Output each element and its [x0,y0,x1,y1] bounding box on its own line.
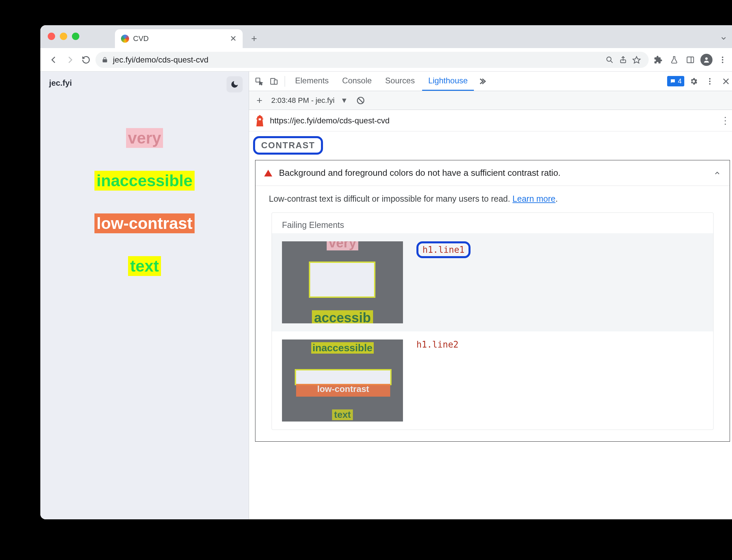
tabs-menu-icon[interactable] [720,35,727,42]
tab-elements[interactable]: Elements [289,72,335,91]
new-tab-button[interactable]: + [247,32,261,45]
url-text: jec.fyi/demo/cds-quest-cvd [113,55,208,65]
browser-menu-icon[interactable] [716,53,729,67]
theme-toggle-button[interactable] [227,76,243,92]
line-2: inaccessible [94,171,195,191]
lighthouse-subbar: + 2:03:48 PM - jec.fyi ▼ [249,91,732,110]
page-title: jec.fyi [49,78,240,88]
section-contrast: CONTRAST [249,131,732,158]
audit-title: Background and foreground colors do not … [279,168,561,178]
svg-point-6 [705,57,707,59]
failing-elements-title: Failing Elements [272,213,713,233]
collapse-icon[interactable] [714,169,721,177]
new-report-button[interactable]: + [254,95,265,106]
line-3: low-contrast [94,213,194,233]
side-panel-icon[interactable] [684,53,697,67]
minimize-window-button[interactable] [60,33,67,40]
feedback-count: 4 [678,77,682,85]
feedback-icon [670,78,676,84]
element-thumbnail: very accessib [282,241,403,323]
devtools-close-icon[interactable] [719,75,732,88]
svg-point-8 [722,59,723,60]
svg-rect-20 [259,118,261,120]
element-thumbnail: inaccessible low-contrast text [282,339,403,422]
svg-rect-12 [274,80,277,84]
failing-elements-box: Failing Elements very accessib [272,212,714,430]
report-url-bar: https://jec.fyi/demo/cds-quest-cvd ⋮ [249,110,732,131]
audit-card: Background and foreground colors do not … [255,160,730,442]
devtools-menu-icon[interactable] [703,75,717,88]
device-toolbar-icon[interactable] [267,75,281,88]
svg-point-13 [709,78,710,79]
svg-point-9 [722,62,723,63]
audit-body: Low-contrast text is difficult or imposs… [255,186,730,441]
lock-icon [101,56,108,64]
failing-element-row[interactable]: inaccessible low-contrast text h1.line2 [272,331,713,430]
line-4: text [128,256,161,276]
tab-favicon [121,35,129,43]
svg-marker-3 [633,56,640,63]
inspect-element-icon[interactable] [252,75,266,88]
svg-rect-4 [687,57,694,63]
browser-toolbar: jec.fyi/demo/cds-quest-cvd [40,48,732,72]
rendered-page: jec.fyi very inaccessible low-contrast t… [40,72,249,519]
fail-triangle-icon [264,170,272,176]
address-bar[interactable]: jec.fyi/demo/cds-quest-cvd [95,52,649,68]
svg-line-1 [611,61,613,63]
window-controls [48,33,79,40]
close-tab-icon[interactable]: ✕ [230,35,237,43]
devtools-panel: Elements Console Sources Lighthouse 4 [249,72,732,519]
learn-more-link[interactable]: Learn more [513,194,556,203]
svg-point-0 [607,57,611,61]
svg-point-15 [709,83,710,84]
bookmark-icon[interactable] [631,54,643,66]
report-menu-icon[interactable]: ⋮ [721,115,730,126]
back-button[interactable] [47,53,60,67]
element-selector: h1.line2 [416,339,458,350]
devtools-tabbar: Elements Console Sources Lighthouse 4 [249,72,732,91]
svg-point-7 [722,56,723,58]
report-dropdown-icon[interactable]: ▼ [340,96,348,105]
tab-strip: CVD ✕ + [40,25,732,48]
moon-icon [230,80,239,89]
element-selector: h1.line1 [416,241,471,258]
share-icon[interactable] [617,54,629,66]
tab-console[interactable]: Console [336,72,378,91]
maximize-window-button[interactable] [72,33,79,40]
devtools-settings-icon[interactable] [687,75,700,88]
svg-point-14 [709,80,710,82]
line-1: very [126,128,163,148]
forward-button[interactable] [63,53,77,67]
zoom-icon[interactable] [604,54,616,66]
clear-report-icon[interactable] [354,94,367,107]
audit-header[interactable]: Background and foreground colors do not … [255,160,730,186]
extensions-icon[interactable] [651,53,665,67]
reload-button[interactable] [79,53,93,67]
svg-line-19 [359,98,363,103]
failing-element-row[interactable]: very accessib h1.line1 [272,233,713,331]
content-area: jec.fyi very inaccessible low-contrast t… [40,72,732,519]
more-tabs-icon[interactable] [475,75,489,88]
labs-icon[interactable] [667,53,681,67]
browser-tab[interactable]: CVD ✕ [115,29,243,48]
report-selector[interactable]: 2:03:48 PM - jec.fyi [271,96,334,105]
profile-button[interactable] [700,53,713,67]
demo-text-lines: very inaccessible low-contrast text [49,128,240,276]
tab-title: CVD [133,34,149,43]
audit-description: Low-contrast text is difficult or imposs… [269,194,716,204]
tab-sources[interactable]: Sources [379,72,421,91]
report-url: https://jec.fyi/demo/cds-quest-cvd [270,116,390,125]
close-window-button[interactable] [48,33,55,40]
lighthouse-icon [255,115,265,126]
section-label-text: CONTRAST [253,136,323,155]
tab-lighthouse[interactable]: Lighthouse [422,72,474,91]
feedback-badge[interactable]: 4 [667,76,684,86]
browser-window: CVD ✕ + jec.fyi/demo/cds-qu [40,25,732,519]
